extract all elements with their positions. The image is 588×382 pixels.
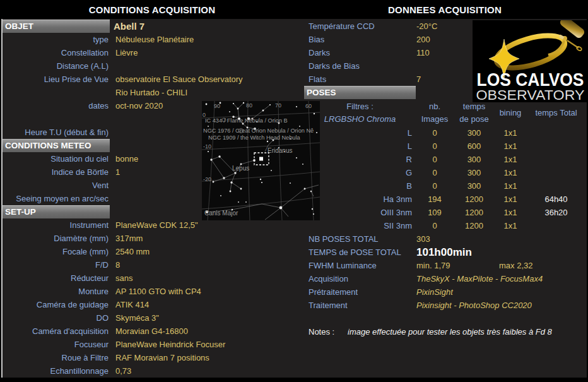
- star-map-chart[interactable]: 90 80 70 60 0 -10 -20 IC 434 / Flame Neb…: [202, 101, 320, 220]
- temps-pose-total-value: 101h00min: [413, 246, 472, 259]
- field-label: Seeing moyen en arc/sec: [3, 194, 112, 203]
- temps-pose: 1200: [454, 206, 495, 219]
- field-label: Situation du ciel: [3, 154, 112, 164]
- poses-row-oiii: OIII 3nm10912001x136h20: [304, 206, 588, 219]
- fwhm-row: FWHM Luminance min. 1,79 max 2,32: [304, 259, 588, 272]
- svg-text:NGC 1909 / the Witch Head Nebu: NGC 1909 / the Witch Head Nebula: [208, 134, 300, 141]
- logo-subtitle-text: OBSERVATORY: [476, 87, 585, 102]
- sheet-bottom-border: [1, 378, 587, 381]
- field-value: 2540 mm: [112, 247, 150, 256]
- section-header-poses: POSES: [304, 86, 416, 99]
- temps-pose-total-label: TEMPS de POSE TOTAL: [304, 248, 413, 257]
- field-row-constellation: ConstellationLièvre: [3, 46, 303, 59]
- field-label: Caméra de guidage: [3, 300, 112, 309]
- field-value: RAF Moravian 7 positions: [112, 353, 209, 362]
- filtres-header-line2: LRGBSHO Chroma: [304, 113, 416, 126]
- field-label: Flats: [304, 75, 413, 84]
- field-value: PlaneWave Heindrick Focuser: [112, 340, 225, 349]
- objet-row: OBJET Abell 7: [3, 20, 303, 33]
- section-header-objet: OBJET: [3, 20, 110, 33]
- notes-value: image effectuée pour tester les objets t…: [344, 327, 552, 337]
- temps-pose: 300: [454, 179, 495, 193]
- nb-poses-total-value: 303: [413, 234, 430, 244]
- nb-images: 0: [416, 153, 454, 166]
- bining: 1x1: [495, 206, 526, 219]
- field-label: dates: [3, 101, 112, 110]
- svg-text:90: 90: [214, 103, 220, 109]
- nb-images: 0: [416, 219, 454, 232]
- filter-name: OIII 3nm: [304, 206, 416, 219]
- acquisition-software-row: Acquisition TheSkyX - MaxPilote - FocusM…: [304, 272, 588, 285]
- field-value: oct-nov 2020: [112, 101, 163, 110]
- field-label: Darks de Bias: [304, 61, 413, 71]
- temps-total: [526, 166, 586, 179]
- software-value: TheSkyX - MaxPilote - FocusMax4: [413, 274, 543, 284]
- temps-total: [526, 219, 586, 232]
- traitement-row: Traitement Pixinsight - PhotoShop CC2020: [304, 299, 588, 312]
- field-value: sans: [112, 273, 132, 283]
- svg-text:Lepus: Lepus: [232, 165, 249, 172]
- fwhm-label: FWHM Luminance: [304, 261, 413, 270]
- col-header-nb-images: nb. Images: [416, 99, 454, 126]
- object-name-value: Abell 7: [110, 21, 144, 32]
- bining: 1x1: [495, 166, 526, 179]
- temps-pose-total-row: TEMPS de POSE TOTAL 101h00min: [304, 246, 588, 259]
- field-value: 317mm: [112, 234, 143, 243]
- filter-name: B: [304, 179, 416, 193]
- nb-images: 109: [416, 206, 454, 219]
- observatory-logo: LOS CALVOS OBSERVATORY: [473, 20, 588, 102]
- bining: 1x1: [495, 140, 526, 153]
- software-label: Traitement: [304, 301, 413, 310]
- bining: 1x1: [495, 179, 526, 193]
- field-label: Réducteur: [3, 273, 112, 283]
- field-row-distance: Distance (A.L): [3, 59, 303, 73]
- nb-images: 0: [416, 140, 454, 153]
- field-value: 7: [413, 75, 421, 84]
- field-value: Lièvre: [112, 48, 138, 57]
- field-row-echantillonnage: Echantillonnage0,73: [3, 364, 303, 378]
- field-row-monture: MontureAP 1100 GTO with CP4: [3, 285, 303, 298]
- filter-name: G: [304, 166, 416, 179]
- field-row-lieu2: Rio Hurtado - CHILI: [3, 86, 303, 99]
- temps-pose: 600: [454, 140, 495, 153]
- field-row-fd: F/D8: [3, 258, 303, 272]
- field-value: Moravian G4-16800: [112, 326, 188, 336]
- svg-text:-10: -10: [203, 143, 211, 150]
- field-label: Bias: [304, 35, 413, 44]
- poses-row-g: G03001x1: [304, 166, 588, 179]
- fwhm-max-value: max 2,32: [495, 261, 532, 270]
- field-value: Nébuleuse Planétaire: [112, 35, 194, 44]
- svg-text:70: 70: [275, 102, 281, 109]
- temps-total: 36h20: [526, 206, 586, 219]
- pretraitement-row: Prétraitement PixinSight: [304, 285, 588, 299]
- field-label: Lieu Prise de Vue: [3, 75, 112, 84]
- field-row-reducteur: Réducteursans: [3, 272, 303, 285]
- field-value: -20°C: [413, 21, 437, 31]
- poses-row-l1: L03001x1: [304, 126, 588, 140]
- bining: 1x1: [495, 126, 526, 140]
- nb-images: 0: [416, 179, 454, 193]
- blank-row: [304, 312, 588, 325]
- field-value: bonne: [112, 154, 138, 164]
- svg-text:IC 434 / Flame Nebula / Orion: IC 434 / Flame Nebula / Orion B: [205, 117, 288, 124]
- temps-total: [526, 126, 586, 140]
- section-header-setup: SET-UP: [3, 205, 110, 218]
- temps-pose: 300: [454, 126, 495, 140]
- field-row-diametre: Diamètre (mm)317mm: [3, 232, 303, 245]
- filter-name: SII 3nm: [304, 219, 416, 232]
- field-value: ATIK 414: [112, 300, 149, 309]
- temps-header-line2: de pose: [454, 113, 495, 126]
- field-row-camera-guidage: Caméra de guidageATIK 414: [3, 298, 303, 311]
- field-value: 110: [413, 48, 430, 57]
- col-header-bining: bining: [495, 99, 526, 126]
- field-row-focale: Focale (mm)2540 mm: [3, 245, 303, 258]
- field-value: Rio Hurtado - CHILI: [112, 88, 187, 97]
- field-row-instrument: InstrumentPlaneWave CDK 12,5": [3, 218, 303, 232]
- nb-header-line2: Images: [416, 113, 454, 126]
- field-label: Instrument: [3, 220, 112, 230]
- field-label: Focuseur: [3, 340, 112, 349]
- field-value: AP 1100 GTO with CP4: [112, 287, 201, 296]
- field-label: Vent: [3, 181, 112, 190]
- bining: 1x1: [495, 153, 526, 166]
- software-value: PixinSight: [413, 287, 453, 297]
